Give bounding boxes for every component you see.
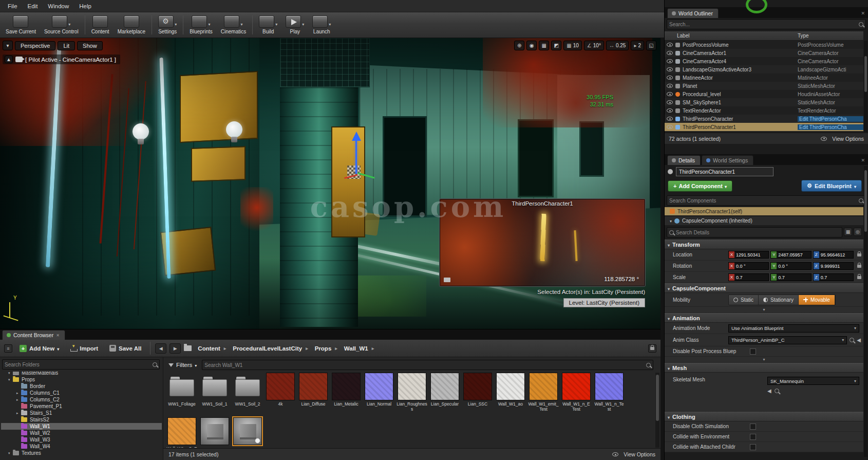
asset-tile[interactable]: 4k	[265, 373, 296, 415]
assets-search[interactable]	[202, 360, 653, 370]
scale-y[interactable]: 0.7	[777, 275, 786, 280]
outliner-search[interactable]	[667, 19, 866, 29]
light-bulb-gizmo[interactable]	[226, 121, 243, 144]
components-search[interactable]	[667, 195, 866, 206]
menu-window[interactable]: Window	[43, 2, 73, 11]
type-column-header[interactable]: Type	[798, 33, 863, 39]
expander-icon[interactable]: ▸	[16, 398, 21, 402]
visibility-eye-icon[interactable]	[667, 92, 673, 96]
search-icon[interactable]	[775, 389, 779, 393]
gizmo-y-axis[interactable]	[357, 172, 375, 178]
expander-icon[interactable]: ▾	[8, 451, 13, 455]
location-x[interactable]: 1291.50341	[734, 252, 762, 257]
components-search-input[interactable]	[669, 198, 859, 204]
filters-button[interactable]: Filters	[166, 361, 199, 369]
folder-tree-item[interactable]: StairsS2	[1, 416, 162, 423]
visibility-eye-icon[interactable]	[667, 117, 673, 121]
tab-world-settings[interactable]: World Settings	[702, 155, 753, 165]
content-button[interactable]: Content	[88, 13, 113, 36]
outliner-row[interactable]: CineCameraActor1CineCameraActor	[665, 49, 863, 57]
asset-tile[interactable]: Lian_Specular	[429, 373, 460, 415]
assets-search-input[interactable]	[204, 362, 646, 368]
add-component-button[interactable]: Add Component	[668, 180, 732, 192]
coordinate-system-icon[interactable]: ◩	[551, 41, 561, 50]
breadcrumb-props[interactable]: Props	[315, 345, 341, 352]
level-viewport[interactable]: ▾ Perspective Lit Show ⊕ ◉ ▦ ◩ ▦10 ∠10° …	[0, 38, 661, 329]
asset-tile[interactable]: Wall_W1_emit_Test	[528, 373, 559, 415]
disable-cloth-checkbox[interactable]	[750, 424, 756, 430]
asset-tile[interactable]: Wall_W1_ao	[495, 373, 526, 415]
folder-tree-item[interactable]: ▸Columns_C2	[1, 396, 162, 403]
location-y[interactable]: 2487.05957	[777, 252, 804, 257]
mobility-static-button[interactable]: Static	[729, 295, 759, 305]
play-button[interactable]: ▾ Play	[282, 13, 308, 36]
save-all-button[interactable]: Save All	[105, 343, 145, 354]
outliner-search-input[interactable]	[669, 22, 859, 27]
skeletal-mesh-dropdown[interactable]: SK_Mannequin	[767, 377, 859, 385]
visibility-eye-icon[interactable]	[667, 67, 673, 71]
close-icon[interactable]: ✕	[56, 333, 60, 338]
asset-tile[interactable]: WW1_Foliage	[166, 373, 197, 415]
outliner-row[interactable]: MatineeActorMatineeActor	[665, 73, 863, 82]
sources-panel-toggle-icon[interactable]: ≡	[4, 344, 12, 353]
camera-speed-button[interactable]: ▸2	[631, 41, 644, 50]
folder-tree-item[interactable]: Border	[1, 383, 162, 390]
component-capsule-row[interactable]: CapsuleComponent (Inherited)	[665, 216, 863, 225]
outliner-row[interactable]: LandscapeGizmoActiveActor3LandscapeGizmo…	[665, 65, 863, 73]
tab-details[interactable]: Details	[667, 155, 701, 165]
lock-icon[interactable]	[857, 276, 861, 279]
folder-tree-item[interactable]: ▾Textures	[1, 450, 162, 456]
edit-blueprint-link[interactable]: Edit ThirdPersonCha	[798, 124, 863, 130]
expander-icon[interactable]	[670, 218, 672, 224]
asset-tile[interactable]: Wall_W1_nS_ETest	[166, 417, 197, 448]
visibility-eye-icon[interactable]	[667, 100, 673, 104]
visibility-eye-icon[interactable]	[667, 76, 673, 80]
lit-button[interactable]: Lit	[58, 41, 75, 50]
mobility-stationary-button[interactable]: Stationary	[759, 295, 799, 305]
gizmo-z-axis[interactable]	[355, 140, 357, 174]
close-icon[interactable]	[861, 158, 865, 163]
asset-tile[interactable]: Lian_SSC	[462, 373, 493, 415]
folder-tree-item[interactable]: Wall_W2	[1, 430, 162, 436]
collide-children-checkbox[interactable]	[750, 444, 756, 450]
visibility-eye-icon[interactable]	[667, 51, 673, 55]
collide-environment-checkbox[interactable]	[750, 434, 756, 440]
import-button[interactable]: Import	[66, 343, 102, 354]
outliner-row-selected[interactable]: ThirdPersonCharacter1Edit ThirdPersonCha	[665, 123, 863, 131]
tab-content-browser[interactable]: Content Browser ✕	[2, 330, 65, 340]
view-options-button[interactable]: View Options	[821, 136, 864, 142]
folder-tree-item[interactable]: Pavement_P1	[1, 403, 162, 410]
asset-tile[interactable]: Lian_Diffuse	[298, 373, 329, 415]
section-transform[interactable]: Transform	[665, 240, 863, 249]
forward-button[interactable]: ▶	[169, 343, 181, 354]
lock-icon[interactable]	[857, 253, 861, 256]
source-control-button[interactable]: ▾ Source Control	[41, 13, 82, 36]
asset-tile[interactable]: Lian_Metalic	[331, 373, 362, 415]
outliner-row[interactable]: ThirdPersonCharacterEdit ThirdPersonCha	[665, 115, 863, 123]
folders-search[interactable]	[2, 359, 160, 370]
outliner-row[interactable]: TextRenderActorTextRenderActor	[665, 106, 863, 115]
details-search-input[interactable]	[676, 230, 840, 235]
tab-world-outliner[interactable]: World Outliner	[667, 8, 719, 18]
expander-icon[interactable]: ▸	[16, 411, 21, 415]
show-button[interactable]: Show	[77, 41, 103, 50]
scale-snap-button[interactable]: ↔0.25	[606, 41, 629, 50]
launch-button[interactable]: ▾ Launch	[309, 13, 334, 36]
asset-tile[interactable]: Wall_W1_n_E Test	[561, 373, 592, 415]
build-button[interactable]: ▾ Build	[255, 13, 281, 36]
add-new-button[interactable]: Add New	[15, 343, 63, 354]
label-column-header[interactable]: Label	[665, 33, 798, 39]
save-current-button[interactable]: Save Current	[2, 13, 40, 36]
visibility-eye-icon[interactable]	[667, 43, 673, 47]
camera-preview[interactable]: ThirdPersonCharacter1 118.285728 °	[439, 198, 646, 287]
visibility-e​ye-icon[interactable]	[667, 125, 673, 129]
folder-tree-item[interactable]: ▸Stairs_S1	[1, 410, 162, 416]
asset-tile[interactable]: Lian_Roughness	[397, 373, 427, 415]
eject-pilot-icon[interactable]: ▲	[5, 56, 13, 63]
folder-tree-item[interactable]: ▸Columns_C1	[1, 390, 162, 396]
asset-tile[interactable]: Lian_Normal	[364, 373, 394, 415]
outliner-scrollbar[interactable]	[864, 41, 867, 132]
menu-help[interactable]: Help	[74, 2, 96, 11]
scale-label[interactable]: Scale	[673, 274, 728, 280]
asset-tile[interactable]	[199, 417, 230, 448]
